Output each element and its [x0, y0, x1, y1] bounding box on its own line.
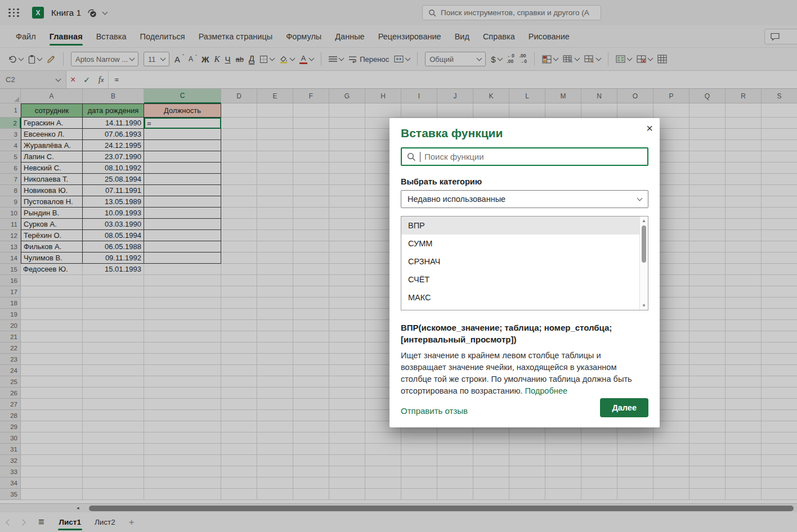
- list-scrollbar[interactable]: ▲ ▼: [639, 217, 648, 310]
- function-item-ВПР[interactable]: ВПР: [401, 217, 639, 235]
- scroll-down-icon[interactable]: ▼: [640, 303, 648, 308]
- search-icon: [407, 152, 416, 161]
- function-list: ВПРСУММСРЗНАЧСЧЁТМАКС ▲ ▼: [401, 216, 648, 310]
- excel-window: X Книга 1 Поиск инструментов, справки и …: [0, 0, 797, 532]
- category-select-value: Недавно использованные: [408, 195, 505, 204]
- function-search-input[interactable]: Поиск функции: [401, 147, 648, 166]
- dialog-close-icon[interactable]: ×: [646, 123, 653, 134]
- learn-more-link[interactable]: Подробнее: [525, 386, 567, 395]
- function-signature: ВПР(искомое_значение; таблица; номер_сто…: [401, 322, 648, 345]
- function-items: ВПРСУММСРЗНАЧСЧЁТМАКС: [401, 217, 648, 306]
- function-description-text: Ищет значение в крайнем левом столбце та…: [401, 351, 632, 395]
- function-item-СУММ[interactable]: СУММ: [401, 235, 639, 253]
- next-button[interactable]: Далее: [600, 398, 648, 417]
- scroll-up-icon[interactable]: ▲: [640, 218, 648, 223]
- function-description: Ищет значение в крайнем левом столбце та…: [401, 350, 648, 396]
- function-item-СРЗНАЧ[interactable]: СРЗНАЧ: [401, 253, 639, 270]
- function-item-СЧЁТ[interactable]: СЧЁТ: [401, 270, 639, 288]
- text-caret: [420, 152, 420, 162]
- category-select[interactable]: Недавно использованные: [401, 190, 648, 208]
- send-feedback-link[interactable]: Отправить отзыв: [401, 406, 468, 416]
- list-scrollbar-thumb[interactable]: [642, 226, 646, 263]
- dialog-title: Вставка функции: [401, 127, 648, 140]
- insert-function-dialog: × Вставка функции Поиск функции Выбрать …: [389, 118, 660, 427]
- category-label: Выбрать категорию: [401, 177, 648, 186]
- function-item-МАКС[interactable]: МАКС: [401, 288, 639, 306]
- function-search-placeholder: Поиск функции: [424, 152, 484, 161]
